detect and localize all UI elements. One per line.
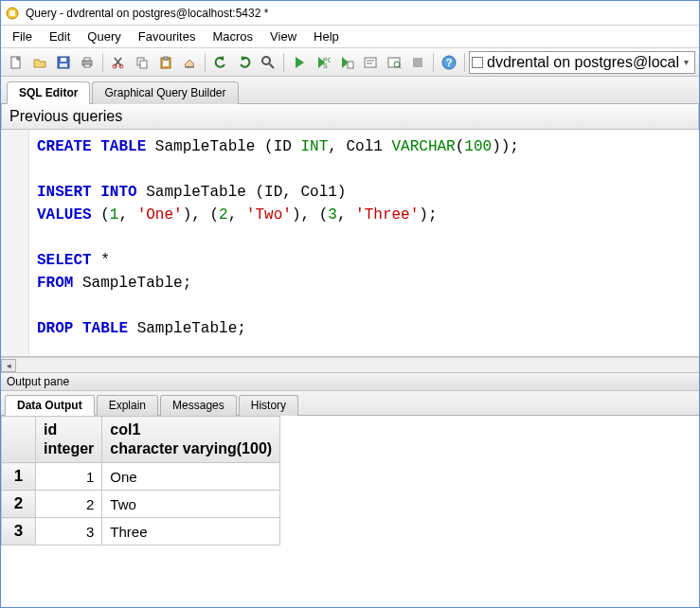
explain-icon[interactable] <box>359 51 382 74</box>
explain-analyze-icon[interactable] <box>383 51 405 74</box>
cell-col1[interactable]: Three <box>102 518 280 545</box>
cut-icon[interactable] <box>107 51 130 74</box>
undo-icon[interactable] <box>209 51 232 74</box>
grid-corner <box>2 417 36 463</box>
save-icon[interactable] <box>52 51 75 74</box>
output-pane-header: Output pane <box>1 372 699 391</box>
print-icon[interactable] <box>76 51 99 74</box>
cell-id[interactable]: 3 <box>36 518 102 545</box>
new-file-icon[interactable] <box>5 51 27 74</box>
editor-tabs: SQL EditorGraphical Query Builder <box>1 77 699 104</box>
menu-favourites[interactable]: Favourites <box>131 27 204 45</box>
svg-line-18 <box>269 63 274 68</box>
tab-sql-editor[interactable]: SQL Editor <box>7 81 90 104</box>
svg-rect-12 <box>140 61 147 68</box>
svg-text:?: ? <box>446 57 453 68</box>
editor-scrollbar[interactable]: ◂ <box>1 357 699 372</box>
help-icon[interactable]: ? <box>438 51 460 74</box>
database-icon <box>472 57 483 68</box>
sql-editor[interactable]: CREATE TABLE SampleTable (ID INT, Col1 V… <box>29 130 699 356</box>
titlebar: Query - dvdrental on postgres@localhost:… <box>1 1 699 26</box>
stop-icon[interactable] <box>406 51 429 74</box>
tab-graphical-query-builder[interactable]: Graphical Query Builder <box>92 81 238 104</box>
svg-text:S: S <box>323 63 328 69</box>
svg-rect-15 <box>163 61 169 66</box>
svg-line-27 <box>399 66 401 68</box>
toolbar-separator <box>102 53 103 72</box>
execute-icon[interactable] <box>288 51 311 74</box>
svg-rect-1 <box>9 10 15 16</box>
paste-icon[interactable] <box>154 51 177 74</box>
svg-rect-8 <box>84 64 90 67</box>
find-icon[interactable] <box>257 51 279 74</box>
cell-id[interactable]: 2 <box>36 491 102 518</box>
database-selector[interactable]: dvdrental on postgres@local ▾ <box>469 51 695 74</box>
svg-rect-5 <box>60 63 67 67</box>
database-selector-value: dvdrental on postgres@local <box>487 54 679 71</box>
cell-col1[interactable]: Two <box>102 491 280 518</box>
svg-rect-16 <box>185 66 194 68</box>
menu-query[interactable]: Query <box>80 27 128 45</box>
toolbar-separator <box>433 53 434 72</box>
editor-gutter <box>1 130 29 356</box>
toolbar: PGS? dvdrental on postgres@local ▾ <box>1 48 699 77</box>
svg-rect-28 <box>413 58 422 67</box>
output-tab-history[interactable]: History <box>239 395 298 416</box>
menu-view[interactable]: View <box>262 27 304 45</box>
menu-macros[interactable]: Macros <box>205 27 260 45</box>
row-header[interactable]: 1 <box>2 463 36 491</box>
menu-file[interactable]: File <box>5 27 40 45</box>
app-icon <box>5 6 20 21</box>
svg-rect-4 <box>61 58 66 62</box>
toolbar-separator <box>283 53 284 72</box>
toolbar-separator <box>205 53 206 72</box>
chevron-down-icon: ▾ <box>684 57 692 67</box>
previous-queries-label: Previous queries <box>9 108 122 124</box>
svg-rect-7 <box>84 58 90 61</box>
row-header[interactable]: 3 <box>2 518 36 545</box>
output-tabs: Data OutputExplainMessagesHistory <box>1 391 699 416</box>
output-tab-messages[interactable]: Messages <box>160 395 237 416</box>
menu-help[interactable]: Help <box>306 27 347 45</box>
row-header[interactable]: 2 <box>2 491 36 518</box>
output-tab-data-output[interactable]: Data Output <box>5 395 95 416</box>
column-header-col1[interactable]: col1character varying(100) <box>102 417 280 463</box>
toolbar-separator <box>464 53 465 72</box>
svg-rect-21 <box>348 62 353 68</box>
clear-icon[interactable] <box>178 51 201 74</box>
previous-queries-dropdown[interactable]: Previous queries <box>1 104 699 130</box>
table-row[interactable]: 33Three <box>2 518 280 545</box>
redo-icon[interactable] <box>233 51 256 74</box>
svg-rect-22 <box>365 58 376 67</box>
svg-point-17 <box>262 57 270 64</box>
cell-id[interactable]: 1 <box>36 463 102 491</box>
window-title: Query - dvdrental on postgres@localhost:… <box>26 7 268 20</box>
cell-col1[interactable]: One <box>102 463 280 491</box>
copy-icon[interactable] <box>131 51 153 74</box>
table-row[interactable]: 22Two <box>2 491 280 518</box>
data-output-grid: idintegercol1character varying(100) 11On… <box>1 416 699 565</box>
scroll-left-icon[interactable]: ◂ <box>1 359 16 372</box>
output-tab-explain[interactable]: Explain <box>97 395 158 416</box>
execute-pgscript-icon[interactable]: PGS <box>312 51 334 74</box>
open-icon[interactable] <box>28 51 51 74</box>
svg-rect-14 <box>164 57 168 60</box>
column-header-id[interactable]: idinteger <box>36 417 102 463</box>
menu-edit[interactable]: Edit <box>42 27 78 45</box>
sql-editor-pane: CREATE TABLE SampleTable (ID INT, Col1 V… <box>1 130 699 357</box>
execute-file-icon[interactable] <box>335 51 358 74</box>
table-row[interactable]: 11One <box>2 463 280 491</box>
menubar: FileEditQueryFavouritesMacrosViewHelp <box>1 26 699 48</box>
